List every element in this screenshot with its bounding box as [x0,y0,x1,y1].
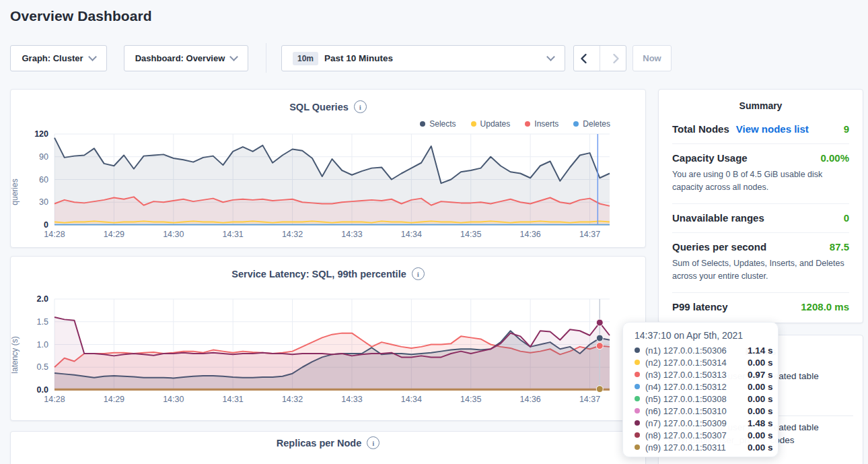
x-tick-label: 14:36 [520,395,541,404]
x-tick-label: 14:32 [282,230,303,239]
tooltip-node-value: 1.14 s [748,345,773,356]
graph-dropdown[interactable]: Graph: Cluster [10,45,107,71]
summary-row-description: You are using 0 B of 4.5 GiB usable disk… [672,168,849,195]
x-tick-label: 14:36 [520,230,541,239]
x-tick-label: 14:28 [44,395,65,404]
chevron-down-icon [546,53,555,61]
summary-row-value: 87.5 [830,241,849,253]
node-color-dot-icon [635,420,640,426]
tooltip-node-value: 0.00 s [748,382,773,392]
summary-rows: Total NodesView nodes list9Capacity Usag… [672,115,849,321]
tooltip-row: (n7) 127.0.0.1:503091.48 s [635,417,778,429]
tooltip-node-label: (n7) 127.0.0.1:50309 [645,418,748,428]
x-tick-label: 14:35 [460,395,481,404]
chevron-left-icon [580,53,587,64]
x-tick-label: 14:37 [579,230,600,239]
summary-row-total-nodes: Total NodesView nodes list9 [672,115,849,144]
tooltip-node-value: 0.00 s [748,442,773,453]
summary-row-unavailable-ranges: Unavailable ranges0 [672,204,849,233]
legend-dot-icon [573,121,579,127]
prev-interval-button[interactable] [574,46,593,71]
time-window-label: Past 10 Minutes [324,53,393,63]
info-icon[interactable]: i [412,267,425,280]
service-latency-plot[interactable]: 14:2814:2914:3014:3114:3214:3314:3414:35… [11,292,647,408]
info-icon[interactable]: i [354,100,367,113]
tooltip-row: (n6) 127.0.0.1:503100.00 s [635,405,778,417]
x-tick-label: 14:33 [341,230,362,239]
tooltip-node-label: (n9) 127.0.0.1:50311 [645,442,748,453]
node-color-dot-icon [635,384,640,389]
tooltip-row: (n1) 127.0.0.1:503061.14 s [635,344,778,356]
nav-divider [600,46,600,71]
crosshair-dot [596,343,603,350]
node-color-dot-icon [635,360,640,365]
node-color-dot-icon [635,347,640,353]
tooltip-row: (n5) 127.0.0.1:503080.00 s [635,393,778,405]
y-tick-label: 120 [34,129,48,139]
summary-row-line: Unavailable ranges0 [672,212,849,224]
overview-dashboard-page: Overview Dashboard Graph: Cluster Dashbo… [0,0,868,464]
dashboard-dropdown[interactable]: Dashboard: Overview [124,45,248,71]
tooltip-date: on Apr 5th, 2021 [674,330,743,341]
x-tick-label: 14:31 [223,230,244,239]
summary-row-p99-latency: P99 latency1208.0 ms [672,293,849,321]
summary-row-label: Unavailable ranges [672,212,764,224]
crosshair-dot [596,319,603,326]
chevron-down-icon [229,53,238,61]
crosshair-dot [596,335,603,341]
summary-row-value: 0 [844,212,849,224]
y-tick-label: 60 [39,175,48,185]
x-tick-label: 14:28 [44,230,65,239]
y-tick-label: 0.5 [37,362,48,372]
replicas-per-node-card: Replicas per Node i [10,431,646,464]
tooltip-row: (n9) 127.0.0.1:503110.00 s [635,441,778,453]
x-tick-label: 14:30 [163,395,184,404]
page-title: Overview Dashboard [10,8,152,24]
tooltip-row: (n3) 127.0.0.1:503130.97 s [635,368,778,380]
tooltip-node-label: (n3) 127.0.0.1:50313 [645,370,748,380]
tooltip-row: (n4) 127.0.0.1:503120.00 s [635,380,778,393]
summary-row-value: 0.00% [820,152,849,164]
tooltip-rows: (n1) 127.0.0.1:503061.14 s(n2) 127.0.0.1… [635,344,778,453]
now-button[interactable]: Now [632,45,672,71]
tooltip-row: (n8) 127.0.0.1:503070.00 s [635,429,778,441]
x-tick-label: 14:34 [401,395,422,404]
node-color-dot-icon [635,432,640,438]
tooltip-node-value: 0.00 s [748,430,773,440]
summary-row-label: Queries per second [672,241,766,253]
summary-row-capacity-usage: Capacity Usage0.00%You are using 0 B of … [672,144,849,204]
chart-title-text: Replicas per Node [277,438,362,449]
tooltip-node-value: 0.97 s [748,370,773,380]
x-tick-label: 14:29 [104,230,124,239]
y-tick-label: 90 [39,152,48,162]
summary-row-line: Queries per second87.5 [672,241,849,253]
next-interval-button[interactable] [606,46,626,71]
node-color-dot-icon [635,372,640,377]
summary-row-line: Capacity Usage0.00% [672,152,849,164]
y-tick-label: 1.0 [37,340,48,350]
time-window-dropdown[interactable]: 10m Past 10 Minutes [281,45,565,71]
y-tick-label: 0 [44,220,48,230]
node-color-dot-icon [635,396,640,401]
x-tick-label: 14:33 [341,395,362,404]
tooltip-time: 14:37:10 [635,330,672,341]
legend-dot-icon [525,121,530,127]
tooltip-node-label: (n1) 127.0.0.1:50306 [645,345,748,356]
x-tick-label: 14:30 [163,230,184,239]
info-icon[interactable]: i [367,436,379,449]
summary-row-label: Total Nodes [672,123,729,135]
view-nodes-list-link[interactable]: View nodes list [736,123,809,135]
tooltip-node-label: (n5) 127.0.0.1:50308 [645,394,748,404]
x-tick-label: 14:31 [223,395,244,404]
sql-queries-card: SQL Queries i SelectsUpdatesInsertsDelet… [10,89,646,248]
x-tick-label: 14:32 [282,395,303,404]
chevron-down-icon [88,53,97,61]
sql-queries-plot[interactable]: 14:2814:2914:3014:3114:3214:3314:3414:35… [11,127,647,243]
summary-row-description: Sum of Selects, Updates, Inserts, and De… [672,257,849,284]
summary-row-line: Total NodesView nodes list9 [672,123,849,135]
service-latency-card: Service Latency: SQL, 99th percentile i … [10,256,646,421]
summary-title: Summary [672,100,849,111]
summary-row-label: Capacity Usage [672,152,748,164]
y-tick-label: 30 [39,197,48,207]
y-tick-label: 2.0 [37,294,48,304]
